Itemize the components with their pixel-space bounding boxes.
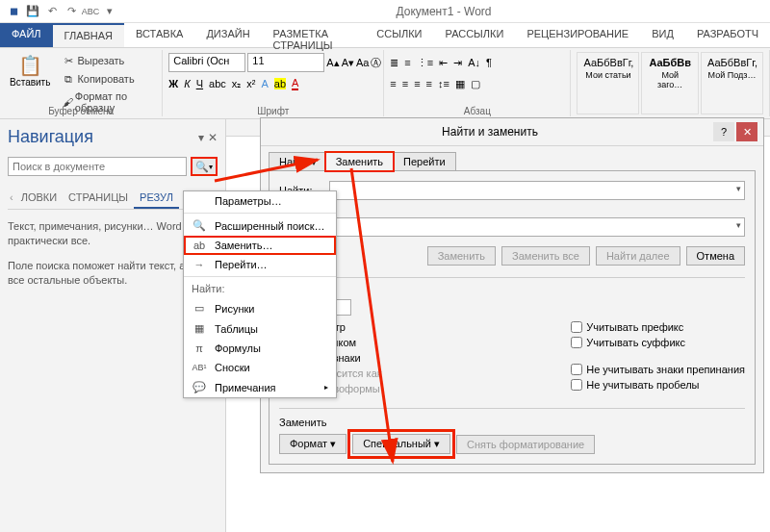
style-2[interactable]: АаБбВвГг,Мой Подз… [701,52,763,114]
menu-find-comments[interactable]: 💬Примечания▸ [184,377,336,397]
dialog-footer: Заменить Формат ▾ Специальный ▾ Снять фо… [279,408,745,454]
menu-find-formulas[interactable]: πФормулы [184,339,336,358]
underline-button[interactable]: Ч [196,78,203,89]
shrink-font-icon[interactable]: A▾ [342,56,354,69]
nav-scroll-left-icon[interactable]: ‹ [8,188,15,209]
tab-view[interactable]: ВИД [640,23,685,47]
borders-button[interactable]: ▢ [471,78,480,90]
dialog-titlebar[interactable]: Найти и заменить ? ✕ [261,118,763,146]
spellcheck-icon[interactable]: ABC [83,4,98,19]
paste-button[interactable]: 📋 Вставить [6,52,54,106]
dialog-tab-find[interactable]: Найти ▾ [269,152,326,170]
chk-ignore-space[interactable]: Не учитывать пробелы [571,379,745,391]
tab-developer[interactable]: РАЗРАБОТЧ [685,23,770,47]
strike-button[interactable]: abc [209,78,226,89]
dialog-tabs: Найти ▾ Заменить Перейти [261,146,763,170]
bullets-button[interactable]: ≣ [390,57,398,69]
bold-button[interactable]: Ж [168,78,178,89]
nav-controls: ▾ ✕ [198,131,218,144]
subscript-button[interactable]: x₂ [232,78,242,90]
tab-design[interactable]: ДИЗАЙН [194,23,261,47]
show-marks-button[interactable]: ¶ [486,57,492,68]
format-button[interactable]: Формат ▾ [279,434,346,454]
redo-icon[interactable]: ↷ [64,4,79,19]
menu-find-footnotes[interactable]: AB¹Сноски [184,358,336,377]
paste-label: Вставить [10,77,50,88]
chk-suffix[interactable]: Учитывать суффикс [571,337,745,348]
dialog-title: Найти и заменить [267,125,713,139]
cut-button[interactable]: ✂Вырезать [58,52,156,69]
search-dropdown-menu: Параметры… 🔍Расширенный поиск… abЗаменит… [183,190,337,398]
menu-options[interactable]: Параметры… [184,191,336,211]
tab-mailings[interactable]: РАССЫЛКИ [434,23,516,47]
nav-close-icon[interactable]: ✕ [208,131,218,144]
align-right-button[interactable]: ≡ [414,78,420,89]
sort-button[interactable]: A↓ [468,57,480,68]
dialog-close-icon[interactable]: ✕ [736,122,757,141]
chk-prefix[interactable]: Учитывать префикс [571,321,745,333]
replace-all-button[interactable]: Заменить все [501,246,590,266]
italic-button[interactable]: К [184,78,190,89]
align-center-button[interactable]: ≡ [402,78,408,89]
grow-font-icon[interactable]: A▴ [326,56,339,69]
change-case-icon[interactable]: Aa [356,56,369,69]
line-spacing-button[interactable]: ↕≡ [438,78,449,89]
dialog-buttons: Заменить Заменить все Найти далее Отмена [279,246,745,266]
dialog-tab-goto[interactable]: Перейти [393,152,456,170]
replace-button[interactable]: Заменить [427,246,496,266]
highlight-button[interactable]: ab [274,78,286,89]
tab-file[interactable]: ФАЙЛ [0,23,53,47]
menu-find-tables[interactable]: ▦Таблицы [184,318,336,339]
search-dropdown-button[interactable]: 🔍 ▾ [191,157,218,176]
chk-ignore-punct[interactable]: Не учитывать знаки препинания [571,364,745,375]
find-combo[interactable] [329,181,745,200]
shading-button[interactable]: ▦ [455,78,465,90]
cancel-button[interactable]: Отмена [686,246,745,266]
tab-layout[interactable]: РАЗМЕТКА СТРАНИЦЫ [262,23,366,47]
nav-tab-pages[interactable]: СТРАНИЦЫ [63,188,134,209]
style-0[interactable]: АаБбВвГг,Мои статьи [577,52,639,114]
save-icon[interactable]: 💾 [25,4,40,19]
group-clipboard-label: Буфер обмена [0,106,162,116]
search-options-title: иска [279,277,745,293]
align-left-button[interactable]: ≡ [390,78,396,89]
superscript-button[interactable]: x² [246,78,255,89]
menu-separator [184,276,336,277]
font-color-button[interactable]: A [292,77,298,90]
group-styles: АаБбВвГг,Мои статьи АаБбВвМой заго… АаБб… [571,50,770,116]
font-name-select[interactable]: Calibri (Осн [168,53,245,72]
qat-dropdown-icon[interactable]: ▾ [102,4,117,19]
footer-buttons: Формат ▾ Специальный ▾ Снять форматирова… [279,434,745,454]
style-1[interactable]: АаБбВвМой заго… [641,52,699,114]
text-effects-button[interactable]: A [261,78,268,89]
dialog-tab-replace[interactable]: Заменить [325,152,394,171]
font-size-select[interactable]: 11 [247,53,324,72]
multilevel-button[interactable]: ⋮≡ [417,57,433,69]
nav-title: Навигация [8,127,93,147]
menu-advanced-find[interactable]: 🔍Расширенный поиск… [184,215,336,236]
tab-references[interactable]: ССЫЛКИ [365,23,433,47]
menu-find-pictures[interactable]: ▭Рисунки [184,298,336,318]
dec-indent-button[interactable]: ⇤ [439,57,448,69]
menu-replace[interactable]: abЗаменить… [184,236,336,255]
nav-tab-headings[interactable]: ЛОВКИ [15,188,63,209]
no-formatting-button[interactable]: Снять форматирование [456,435,595,454]
tab-home[interactable]: ГЛАВНАЯ [53,23,124,47]
special-button[interactable]: Специальный ▾ [352,434,450,454]
tab-insert[interactable]: ВСТАВКА [124,23,194,47]
undo-icon[interactable]: ↶ [44,4,60,19]
menu-goto[interactable]: →Перейти… [184,255,336,274]
numbering-button[interactable]: ≡ [404,57,410,68]
copy-button[interactable]: ⧉Копировать [58,70,156,88]
dialog-help-icon[interactable]: ? [713,122,734,141]
search-icon: 🔍 [195,161,209,173]
nav-dropdown-icon[interactable]: ▾ [198,131,204,144]
clear-format-icon[interactable]: Ⓐ [371,56,381,69]
replace-combo[interactable] [329,217,745,237]
justify-button[interactable]: ≡ [426,78,432,89]
search-input[interactable] [8,157,187,176]
inc-indent-button[interactable]: ⇥ [453,57,462,69]
nav-tab-results[interactable]: РЕЗУЛ [134,188,179,209]
find-next-button[interactable]: Найти далее [596,246,680,266]
tab-review[interactable]: РЕЦЕНЗИРОВАНИЕ [515,23,640,47]
